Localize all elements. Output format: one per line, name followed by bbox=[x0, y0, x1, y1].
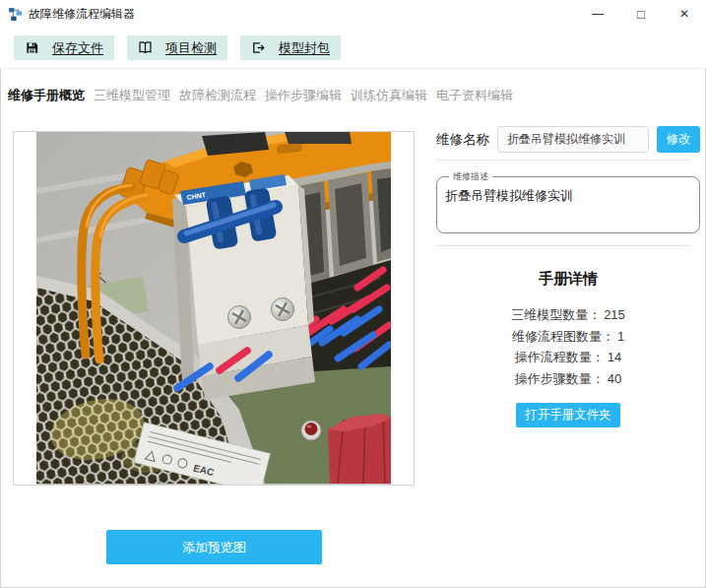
divider bbox=[436, 245, 690, 246]
tab-training-simulation-edit[interactable]: 训练仿真编辑 bbox=[351, 87, 427, 104]
manual-details: 手册详情 三维模型数量：215 维修流程图数量：1 操作流程数量：14 操作步骤… bbox=[436, 270, 700, 427]
open-manual-folder-button[interactable]: 打开手册文件夹 bbox=[516, 403, 620, 427]
detail-row-model-count: 三维模型数量：215 bbox=[436, 304, 700, 326]
close-button[interactable]: ✕ bbox=[663, 0, 706, 28]
titlebar: 故障维修流程编辑器 — □ ✕ bbox=[0, 0, 706, 28]
editor-panel: 维修名称 修改 维修描述 折叠吊臂模拟维修实训 手册详情 三维模型数量：215 … bbox=[436, 126, 700, 427]
detail-label: 维修流程图数量： bbox=[512, 329, 614, 344]
description-group: 维修描述 折叠吊臂模拟维修实训 bbox=[436, 170, 700, 233]
project-check-label: 项目检测 bbox=[165, 39, 217, 57]
tab-3d-model-management[interactable]: 三维模型管理 bbox=[94, 87, 170, 104]
indicator-light bbox=[301, 421, 321, 440]
tab-fault-detection-flow[interactable]: 故障检测流程 bbox=[179, 87, 256, 104]
detail-row-step-count: 操作步骤数量：40 bbox=[436, 368, 700, 390]
divider bbox=[436, 160, 690, 161]
project-check-icon bbox=[138, 40, 153, 55]
tab-manual-overview[interactable]: 维修手册概览 bbox=[8, 87, 85, 104]
detail-label: 三维模型数量： bbox=[511, 307, 601, 322]
package-export-icon bbox=[251, 40, 266, 55]
description-text: 折叠吊臂模拟维修实训 bbox=[445, 187, 691, 205]
detail-label: 操作流程数量： bbox=[515, 350, 605, 364]
preview-image: EAC bbox=[36, 132, 391, 485]
maintenance-name-input[interactable] bbox=[497, 126, 649, 153]
project-check-button[interactable]: 项目检测 bbox=[127, 35, 227, 60]
maintenance-name-label: 维修名称 bbox=[436, 131, 489, 149]
detail-value: 40 bbox=[608, 371, 621, 386]
tab-operation-step-edit[interactable]: 操作步骤编辑 bbox=[265, 87, 342, 104]
tabbar: 维修手册概览 三维模型管理 故障检测流程 操作步骤编辑 训练仿真编辑 电子资料编… bbox=[8, 87, 513, 104]
save-file-button[interactable]: 保存文件 bbox=[14, 35, 114, 60]
description-legend: 维修描述 bbox=[449, 170, 492, 183]
add-preview-button[interactable]: 添加预览图 bbox=[106, 530, 322, 564]
app-icon bbox=[8, 7, 23, 22]
manual-details-title: 手册详情 bbox=[436, 270, 700, 289]
window-controls: — □ ✕ bbox=[576, 0, 706, 28]
maintenance-name-row: 维修名称 修改 bbox=[436, 126, 700, 153]
save-icon bbox=[25, 40, 39, 55]
maximize-button[interactable]: □ bbox=[619, 0, 663, 28]
detail-value: 14 bbox=[608, 350, 621, 364]
detail-row-flowchart-count: 维修流程图数量：1 bbox=[436, 326, 700, 348]
minimize-button[interactable]: — bbox=[576, 0, 619, 28]
detail-label: 操作步骤数量： bbox=[515, 371, 605, 386]
modify-button[interactable]: 修改 bbox=[657, 126, 700, 153]
detail-value: 215 bbox=[604, 307, 625, 322]
detail-value: 1 bbox=[617, 329, 624, 344]
preview-image-panel: EAC bbox=[13, 131, 415, 486]
toolbar: 保存文件 项目检测 模型封包 bbox=[0, 28, 706, 69]
model-package-label: 模型封包 bbox=[279, 39, 330, 57]
manual-details-rows: 三维模型数量：215 维修流程图数量：1 操作流程数量：14 操作步骤数量：40 bbox=[436, 304, 700, 389]
window-title: 故障维修流程编辑器 bbox=[29, 6, 135, 23]
save-file-label: 保存文件 bbox=[52, 39, 103, 57]
tab-electronic-material-edit[interactable]: 电子资料编辑 bbox=[436, 87, 513, 104]
detail-row-process-count: 操作流程数量：14 bbox=[436, 347, 700, 368]
model-package-button[interactable]: 模型封包 bbox=[240, 35, 341, 60]
